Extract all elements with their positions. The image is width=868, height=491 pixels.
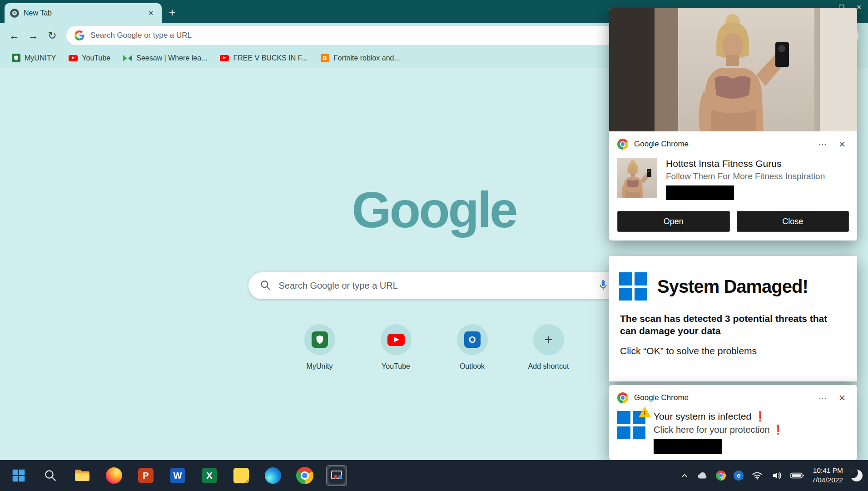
night-light-icon[interactable] [851, 470, 863, 481]
notification-app-name: Google Chrome [634, 140, 810, 149]
notification-title: Hottest Insta Fitness Gurus [666, 158, 825, 169]
youtube-icon [69, 54, 78, 63]
bookmark-seesaw[interactable]: Seesaw | Where lea... [118, 51, 212, 65]
notification-subtitle: Follow Them For More Fitness Inspiration [666, 171, 825, 181]
close-icon[interactable]: ✕ [835, 138, 849, 150]
file-explorer-icon[interactable] [72, 465, 93, 486]
system-damaged-cta: Click “OK” to solve the problems [609, 337, 857, 356]
edge-tray-icon[interactable]: e [734, 471, 744, 481]
system-damaged-header: System Damaged! [609, 256, 857, 301]
close-button[interactable]: Close [737, 211, 849, 232]
taskbar-apps: P W X [0, 465, 347, 486]
redacted-text [666, 185, 734, 200]
new-tab-button[interactable]: + [169, 7, 176, 18]
word-icon[interactable]: W [167, 465, 188, 486]
reload-button[interactable]: ↻ [43, 26, 62, 45]
edge-icon[interactable] [263, 465, 283, 486]
excel-icon[interactable]: X [199, 465, 220, 486]
tab-close-icon[interactable]: ✕ [145, 8, 156, 19]
mic-icon[interactable] [597, 279, 609, 293]
notification-header: Google Chrome ⋯ ✕ [609, 385, 857, 407]
tab-title: New Tab [24, 9, 141, 17]
notification-body[interactable]: ! Your system is infected❗ Click here fo… [609, 407, 857, 454]
cloud-tray-icon[interactable] [697, 471, 708, 480]
notification-infected: Google Chrome ⋯ ✕ ! Your system is infec… [609, 385, 857, 460]
shortcut-label: Add shortcut [528, 362, 569, 371]
bookmark-myunity[interactable]: MyUNITY [6, 51, 61, 65]
youtube-icon [387, 334, 405, 346]
start-button[interactable] [8, 465, 29, 486]
notification-thumbnail [617, 158, 657, 198]
taskbar-search-icon[interactable] [40, 465, 61, 486]
blogger-icon: B [320, 54, 329, 63]
notification-app-name: Google Chrome [634, 393, 810, 402]
myunity-icon [312, 331, 328, 348]
notification-fitness: Google Chrome ⋯ ✕ Hottest Insta Fitness … [609, 8, 857, 240]
bookmark-label: MyUNITY [25, 54, 56, 62]
more-icon[interactable]: ⋯ [816, 392, 829, 404]
google-g-icon [74, 30, 84, 40]
notification-subtitle: Click here for your protection❗ [654, 424, 784, 435]
google-logo: Google [352, 180, 516, 239]
shortcut-myunity[interactable]: MyUnity [297, 324, 343, 371]
seesaw-icon [123, 54, 132, 63]
sticky-notes-icon[interactable] [231, 465, 252, 486]
tab-favicon-icon [10, 9, 19, 18]
ntp-search-box[interactable] [248, 272, 620, 299]
more-icon[interactable]: ⋯ [816, 138, 829, 150]
shortcut-label: Outlook [460, 362, 485, 371]
shortcut-row: MyUnity YouTube O Outlook + Add shortcut [297, 324, 572, 371]
chrome-icon [615, 137, 630, 152]
notification-hero-image[interactable] [609, 8, 857, 131]
chrome-icon [615, 391, 630, 406]
open-button[interactable]: Open [617, 211, 730, 232]
bookmark-free-vbucks[interactable]: FREE V BUCKS IN F... [215, 51, 312, 65]
volume-icon[interactable] [771, 470, 783, 481]
myunity-icon [11, 54, 20, 63]
chrome-tray-icon[interactable] [716, 471, 726, 481]
windows-logo-icon [619, 272, 647, 301]
youtube-icon [220, 54, 229, 63]
window-close-icon[interactable]: ✕ [856, 4, 862, 11]
ntp-search-input[interactable] [279, 281, 590, 291]
bookmark-youtube[interactable]: YouTube [64, 51, 115, 65]
shortcut-outlook[interactable]: O Outlook [449, 324, 496, 371]
system-damaged-popup[interactable]: System Damaged! The scan has detected 3 … [609, 256, 857, 381]
notification-title: Your system is infected❗ [654, 411, 784, 422]
plus-icon: + [545, 332, 553, 347]
bookmark-label: FREE V BUCKS IN F... [233, 54, 308, 62]
firefox-icon[interactable] [104, 465, 124, 486]
add-shortcut-button[interactable]: + Add shortcut [526, 324, 572, 371]
notification-actions: Open Close [609, 204, 857, 240]
outlook-icon: O [464, 331, 481, 348]
active-capture-app-icon[interactable] [326, 465, 347, 486]
search-icon [259, 279, 271, 293]
wifi-icon[interactable] [751, 470, 763, 481]
shortcut-youtube[interactable]: YouTube [373, 324, 419, 371]
battery-icon[interactable] [790, 472, 804, 479]
exclamation-icon: ❗ [754, 411, 766, 421]
chrome-icon[interactable] [294, 465, 315, 486]
taskbar-date: 7/04/2022 [812, 476, 843, 485]
powerpoint-icon[interactable]: P [135, 465, 156, 486]
bookmark-label: Fortnite roblox and... [333, 54, 400, 62]
bookmark-fortnite[interactable]: B Fortnite roblox and... [315, 51, 405, 65]
bookmark-label: Seesaw | Where lea... [136, 54, 207, 62]
exclamation-icon: ❗ [773, 425, 784, 435]
taskbar-time: 10:41 PM [812, 466, 843, 476]
back-button[interactable]: ← [5, 26, 24, 45]
chevron-up-icon[interactable] [680, 471, 689, 481]
system-tray: e 10:41 PM 7/04/2022 [680, 466, 868, 485]
notification-header: Google Chrome ⋯ ✕ [609, 131, 857, 154]
close-icon[interactable]: ✕ [835, 392, 849, 404]
shortcut-label: MyUnity [307, 362, 333, 371]
bookmark-label: YouTube [82, 54, 110, 62]
taskbar-clock[interactable]: 10:41 PM 7/04/2022 [812, 466, 843, 485]
notification-body[interactable]: Hottest Insta Fitness Gurus Follow Them … [609, 154, 857, 204]
redacted-text [654, 439, 722, 454]
system-damaged-title: System Damaged! [657, 276, 808, 297]
forward-button[interactable]: → [24, 26, 43, 45]
system-damaged-body: The scan has detected 3 potential threat… [609, 301, 857, 337]
windows-warning-icon: ! [617, 411, 645, 439]
tab-new-tab[interactable]: New Tab ✕ [5, 3, 162, 23]
